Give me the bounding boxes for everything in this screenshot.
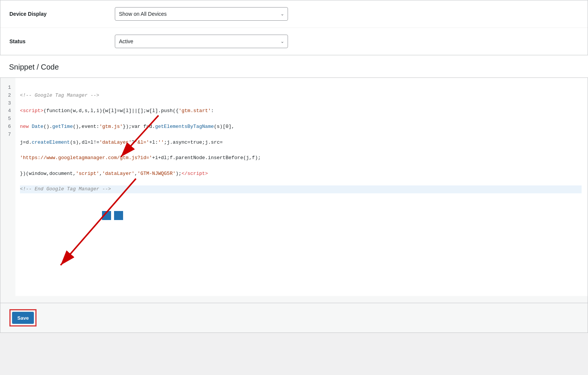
code-line-2: <script>(function(w,d,s,l,i){w[l]=w[l]||…: [20, 107, 582, 115]
device-display-row: Device Display Show on All Devices Deskt…: [0, 0, 588, 28]
code-line-5: 'https://www.googletagmanager.com/gtm.js…: [20, 154, 582, 162]
code-line-6: })(window,document,'script','dataLayer',…: [20, 170, 582, 178]
settings-section: Device Display Show on All Devices Deskt…: [0, 0, 588, 55]
code-editor[interactable]: 1 2 3 4 5 6 7 <!-- Google Tag Manager --…: [0, 78, 588, 296]
line-numbers: 1 2 3 4 5 6 7: [0, 78, 15, 296]
status-control: Active Inactive Draft ⌄: [115, 35, 579, 48]
device-display-label: Device Display: [9, 11, 115, 17]
device-display-control: Show on All Devices Desktop Only Mobile …: [115, 7, 579, 21]
snippet-section: Snippet / Code 1 2 3 4 5 6 7 <!-- Google…: [0, 55, 588, 333]
save-bar-highlight: Save: [9, 309, 37, 326]
save-button[interactable]: Save: [12, 312, 34, 324]
code-line-3: new Date().getTime(),event:'gtm.js'});va…: [20, 123, 582, 131]
code-editor-wrapper: 1 2 3 4 5 6 7 <!-- Google Tag Manager --…: [0, 77, 588, 303]
status-label: Status: [9, 38, 115, 44]
status-select-wrapper: Active Inactive Draft ⌄: [115, 35, 288, 48]
blue-square-2: [114, 211, 123, 220]
device-display-select-wrapper: Show on All Devices Desktop Only Mobile …: [115, 7, 288, 21]
status-row: Status Active Inactive Draft ⌄: [0, 28, 588, 55]
status-select[interactable]: Active Inactive Draft: [115, 35, 288, 48]
code-line-7: <!-- End Google Tag Manager -->: [20, 185, 582, 193]
page-wrapper: Device Display Show on All Devices Deskt…: [0, 0, 588, 375]
code-content[interactable]: <!-- Google Tag Manager --> <script>(fun…: [15, 78, 588, 296]
device-display-select[interactable]: Show on All Devices Desktop Only Mobile …: [115, 7, 288, 21]
blue-squares-indicator: [102, 211, 123, 220]
save-bar: Save: [0, 303, 588, 333]
code-line-4: j=d.createElement(s),dl=l!='dataLayer'?'…: [20, 139, 582, 147]
snippet-title: Snippet / Code: [0, 55, 588, 77]
code-line-1: <!-- Google Tag Manager -->: [20, 92, 582, 100]
blue-square-1: [102, 211, 111, 220]
